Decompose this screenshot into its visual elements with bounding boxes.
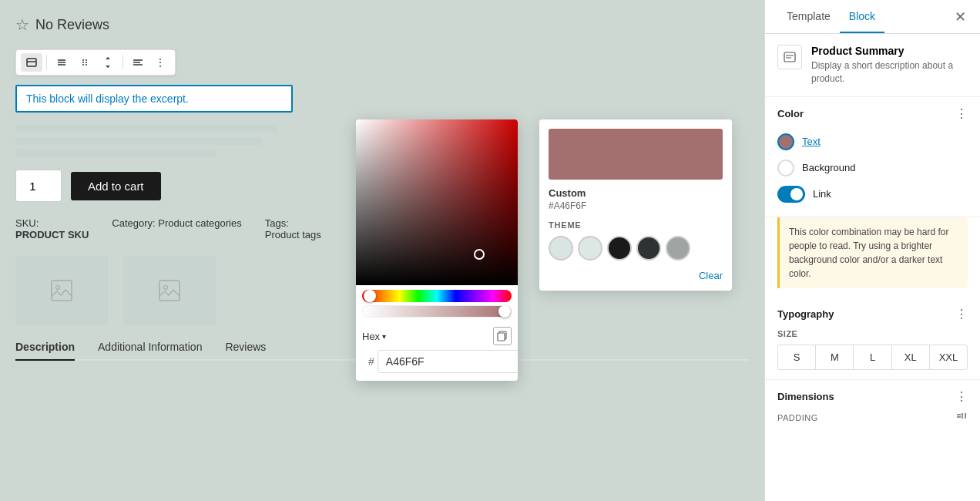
hue-bar[interactable] [362,290,512,302]
size-xl[interactable]: XL [892,345,930,369]
theme-swatch-4[interactable] [636,236,661,261]
sku-item: SKU: PRODUCT SKU [15,217,89,240]
color-section: Color ⋮ Text Background Link [765,97,980,217]
svg-point-19 [164,286,168,290]
sku-value: PRODUCT SKU [15,229,89,240]
alpha-thumb[interactable] [498,305,511,318]
tab-template[interactable]: Template [777,0,840,33]
swatch-preview [549,129,723,180]
list-view-button[interactable] [51,53,72,72]
copy-icon[interactable] [493,327,512,345]
separator2 [123,55,123,70]
editor-area: ☆ No Reviews ⋮ This block will display t… [0,0,764,501]
right-panel: Template Block ✕ Product Summary Display… [764,0,980,501]
category-item: Category: Product categories [112,217,241,240]
svg-point-9 [82,64,84,66]
dimensions-section: Dimensions ⋮ PADDING [765,380,980,435]
options-button[interactable]: ⋮ [150,53,170,72]
svg-point-17 [56,286,60,290]
size-label: SIZE [777,329,968,338]
text-color-option[interactable]: Text [777,129,968,155]
format-selector[interactable]: Hex ▾ [362,331,386,342]
block-description: Display a short description about a prod… [811,59,968,86]
hex-value-input[interactable] [378,350,518,373]
category-value: Product categories [158,217,241,229]
text-color-label: Text [802,136,821,147]
alpha-bar[interactable] [362,305,512,318]
tags-value: Product tags [265,229,321,240]
tab-additional-info[interactable]: Additional Information [98,341,202,361]
page-header: ☆ No Reviews [15,15,749,34]
theme-label: THEME [549,220,723,230]
add-to-cart-button[interactable]: Add to cart [71,172,161,200]
placeholder-line [15,137,262,145]
tab-description[interactable]: Description [15,341,75,361]
link-color-option[interactable]: Link [777,181,968,207]
placeholder-line [15,125,277,133]
color-menu-button[interactable]: ⋮ [955,106,968,121]
text-color-dot [777,133,794,150]
gradient-dark [356,119,518,285]
typography-title: Typography [777,308,834,320]
typography-header: Typography ⋮ [777,307,968,321]
swatch-label: Custom [549,187,723,199]
format-label: Hex [362,331,380,342]
link-toggle-thumb [790,188,803,200]
theme-swatch-3[interactable] [607,236,632,261]
padding-row: PADDING [777,410,968,425]
star-icon: ☆ [15,15,29,34]
sku-label: SKU: [15,217,39,229]
svg-point-10 [86,64,87,66]
close-button[interactable]: ✕ [953,7,968,27]
size-xxl[interactable]: XXL [930,345,967,369]
svg-point-8 [86,62,87,63]
theme-swatches [549,236,723,261]
block-info-text: Product Summary Display a short descript… [811,45,968,86]
block-view-button[interactable] [21,53,42,72]
quantity-input[interactable] [15,170,62,202]
svg-rect-0 [27,59,36,66]
dimensions-menu-button[interactable]: ⋮ [955,389,968,404]
svg-rect-22 [784,52,795,62]
color-picker-popup: Hex ▾ # [356,119,518,381]
size-s[interactable]: S [778,345,816,369]
color-section-title: Color [777,108,804,119]
size-buttons: S M L XL XXL [777,345,968,370]
panel-tabs: Template Block [777,0,884,33]
svg-point-5 [82,59,84,61]
block-info-row: Product Summary Display a short descript… [777,45,968,86]
background-color-label: Background [802,162,855,173]
move-button[interactable] [97,53,119,72]
block-icon [777,45,802,69]
theme-swatch-2[interactable] [578,236,602,261]
color-swatch-panel: Custom #A46F6F THEME Clear [539,119,732,291]
theme-swatch-5[interactable] [666,236,690,261]
svg-point-7 [82,62,84,63]
hash-sign: # [368,355,374,368]
tab-block[interactable]: Block [840,0,884,33]
svg-rect-18 [159,281,180,301]
drag-button[interactable] [74,53,96,72]
typography-menu-button[interactable]: ⋮ [955,307,968,321]
category-label: Category: [112,217,155,229]
theme-swatch-1[interactable] [549,236,573,261]
separator [46,55,47,70]
clear-button[interactable]: Clear [699,270,723,281]
block-toolbar: ⋮ [15,49,176,76]
hue-thumb[interactable] [364,290,376,302]
page-title: No Reviews [35,17,109,33]
warning-box: This color combination may be hard for p… [777,217,968,288]
size-l[interactable]: L [854,345,891,369]
chevron-down-icon: ▾ [382,332,386,341]
size-m[interactable]: M [816,345,854,369]
background-color-option[interactable]: Background [777,155,968,181]
hex-input-row: # [362,350,512,373]
svg-rect-21 [498,333,505,341]
tab-reviews[interactable]: Reviews [225,341,266,361]
link-toggle[interactable] [777,186,805,203]
color-gradient[interactable] [356,119,518,285]
align-button[interactable] [127,53,149,72]
expand-icon[interactable] [955,410,968,425]
link-color-label: Link [813,188,831,200]
product-image-2 [123,256,216,325]
